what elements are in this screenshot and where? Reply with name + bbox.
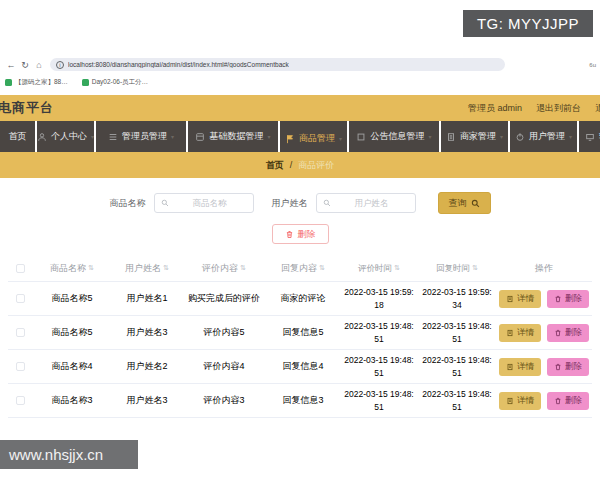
nav-item-carousel-manage[interactable]: 轮播	[579, 121, 600, 152]
nav-item-notice-manage[interactable]: 公告信息管理 ▾	[349, 121, 439, 152]
bookmarks-bar: 【源码之家】88… Day02-06-员工分…	[0, 74, 600, 90]
board-icon	[356, 132, 366, 142]
chevron-down-icon: ▾	[267, 133, 270, 140]
detail-button[interactable]: 详情	[499, 324, 541, 342]
batch-delete-button[interactable]: 删除	[272, 224, 329, 244]
document-icon	[506, 363, 514, 371]
document-icon	[506, 329, 514, 337]
delete-button[interactable]: 删除	[547, 358, 589, 376]
nav-item-personal-center[interactable]: 个人中心 ▾	[37, 121, 94, 152]
trash-icon	[554, 329, 562, 337]
detail-button[interactable]: 详情	[499, 392, 541, 410]
detail-button[interactable]: 详情	[499, 358, 541, 376]
watermark-badge: www.nhsjjx.cn	[0, 440, 138, 469]
user-name-input[interactable]	[316, 193, 416, 213]
table-row: 商品名称3 用户姓名3 评价内容3 回复信息3 2022-03-15 19:48…	[8, 384, 592, 418]
chevron-down-icon: ▾	[428, 133, 431, 140]
delete-button[interactable]: 删除	[547, 324, 589, 342]
goods-name-cell: 商品名称5	[32, 326, 112, 340]
goods-name-cell: 商品名称3	[32, 394, 112, 408]
main-content: 商品名称 用户姓名 查询 删除	[0, 178, 600, 418]
site-info-icon[interactable]: i	[56, 61, 64, 69]
trash-icon	[554, 295, 562, 303]
chevron-down-icon: ▾	[91, 133, 94, 140]
url-text[interactable]: localhost:8080/dianshangpingtai/admin/di…	[68, 61, 289, 68]
table-row: 商品名称5 用户姓名3 评价内容5 回复信息5 2022-03-15 19:48…	[8, 316, 592, 350]
search-icon	[161, 199, 169, 207]
row-checkbox[interactable]	[8, 294, 32, 303]
table-row: 商品名称5 用户姓名1 购买完成后的评价 商家的评论 2022-03-15 19…	[8, 282, 592, 316]
power-icon	[515, 132, 525, 142]
row-checkbox[interactable]	[8, 396, 32, 405]
chevron-down-icon: ▾	[339, 135, 342, 142]
browser-back-icon[interactable]: ←	[4, 60, 18, 70]
delete-button[interactable]: 删除	[547, 290, 589, 308]
document-icon	[506, 295, 514, 303]
bookmark-item[interactable]: 【源码之家】88…	[5, 78, 68, 87]
bookmark-item[interactable]: Day02-06-员工分…	[82, 78, 148, 87]
row-checkbox[interactable]	[8, 328, 32, 337]
bookmark-icon	[5, 79, 12, 86]
goods-name-cell: 商品名称5	[32, 292, 112, 306]
admin-label: 管理员 admin	[468, 102, 522, 115]
tg-overlay-badge: TG: MYYJJPP	[463, 10, 593, 37]
chevron-down-icon: ▾	[171, 133, 174, 140]
logout-link[interactable]: 退	[595, 102, 600, 115]
select-all-checkbox[interactable]	[8, 264, 32, 273]
batch-toolbar: 删除	[0, 224, 600, 244]
nav-item-merchant-manage[interactable]: 商家管理 ▾	[441, 121, 508, 152]
col-header-comment: 评价内容⇅	[202, 262, 246, 276]
comment-time-cell: 2022-03-15 19:59:18	[340, 286, 418, 312]
reply-cell: 商家的评论	[266, 292, 340, 306]
user-name-cell: 用户姓名1	[112, 292, 182, 306]
trash-icon	[554, 363, 562, 371]
reply-time-cell: 2022-03-15 19:48:51	[418, 388, 496, 414]
trash-icon	[285, 230, 294, 239]
logout-to-front-link[interactable]: 退出到前台	[536, 102, 581, 115]
search-icon	[323, 199, 331, 207]
browser-address-bar[interactable]: i localhost:8080/dianshangpingtai/admin/…	[50, 58, 505, 71]
search-icon	[471, 199, 480, 208]
sort-icon[interactable]: ⇅	[319, 263, 325, 274]
comments-table: 商品名称⇅ 用户姓名⇅ 评价内容⇅ 回复内容⇅ 评价时间⇅ 回复时间⇅ 操作 商…	[8, 256, 592, 418]
sort-icon[interactable]: ⇅	[394, 263, 400, 274]
goods-name-cell: 商品名称4	[32, 360, 112, 374]
comment-cell: 评价内容4	[182, 360, 266, 374]
chevron-down-icon: ▾	[569, 133, 572, 140]
row-checkbox[interactable]	[8, 362, 32, 371]
browser-corner-text: 6u	[589, 62, 596, 68]
query-button[interactable]: 查询	[438, 192, 491, 214]
col-header-reply: 回复内容⇅	[281, 262, 325, 276]
app-title: 电商平台	[0, 99, 54, 117]
delete-button[interactable]: 删除	[547, 392, 589, 410]
reply-time-cell: 2022-03-15 19:59:34	[418, 286, 496, 312]
goods-name-input[interactable]	[154, 193, 254, 213]
nav-item-admin-manage[interactable]: 管理员管理 ▾	[96, 121, 186, 152]
sort-icon[interactable]: ⇅	[163, 263, 169, 274]
sort-icon[interactable]: ⇅	[88, 263, 94, 274]
table-row: 商品名称4 用户姓名2 评价内容4 回复信息4 2022-03-15 19:48…	[8, 350, 592, 384]
browser-home-icon[interactable]: ⌂	[32, 60, 46, 70]
user-name-cell: 用户姓名3	[112, 326, 182, 340]
list-icon	[108, 132, 118, 142]
user-name-cell: 用户姓名3	[112, 394, 182, 408]
breadcrumb-home-link[interactable]: 首页	[266, 159, 284, 172]
nav-item-home[interactable]: 首页	[0, 121, 35, 152]
sort-icon[interactable]: ⇅	[472, 263, 478, 274]
reply-cell: 回复信息4	[266, 360, 340, 374]
browser-toolbar: ← ↻ ⌂ i localhost:8080/dianshangpingtai/…	[0, 55, 600, 74]
search-form: 商品名称 用户姓名 查询	[0, 192, 600, 214]
document-icon	[446, 132, 456, 142]
reply-cell: 回复信息5	[266, 326, 340, 340]
table-header-row: 商品名称⇅ 用户姓名⇅ 评价内容⇅ 回复内容⇅ 评价时间⇅ 回复时间⇅ 操作	[8, 256, 592, 282]
browser-refresh-icon[interactable]: ↻	[18, 60, 32, 70]
user-name-label: 用户姓名	[272, 197, 308, 210]
nav-item-goods-manage[interactable]: 商品管理 ▾	[280, 121, 347, 156]
sort-icon[interactable]: ⇅	[240, 263, 246, 274]
detail-button[interactable]: 详情	[499, 290, 541, 308]
col-header-goods: 商品名称⇅	[50, 262, 94, 276]
nav-item-base-data-manage[interactable]: 基础数据管理 ▾	[188, 121, 278, 152]
main-nav: 首页 个人中心 ▾ 管理员管理 ▾ 基础数据管理 ▾	[0, 121, 600, 152]
col-header-comment-time: 评价时间⇅	[358, 262, 400, 275]
nav-item-user-manage[interactable]: 用户管理 ▾	[510, 121, 577, 152]
